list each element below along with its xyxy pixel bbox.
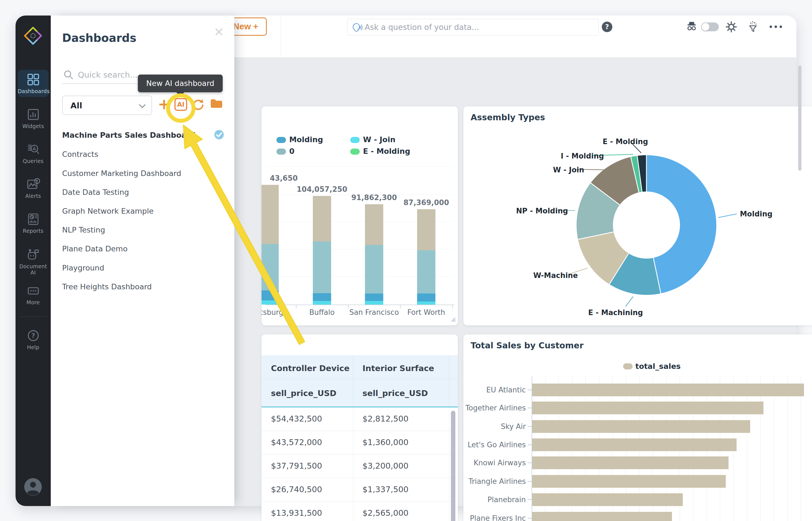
presentation-toggle[interactable]: [701, 22, 719, 31]
bar-segment-0[interactable]: [262, 244, 279, 290]
dashboard-filter-dropdown[interactable]: All: [62, 96, 152, 115]
bar-segment-w-join[interactable]: [313, 301, 331, 304]
legend-label: total_sales: [635, 362, 681, 370]
bar-segment-molding[interactable]: [313, 293, 331, 301]
y-axis-category: Knowi Airways: [463, 459, 526, 467]
y-axis-category: Let's Go Airlines: [463, 440, 526, 449]
sidebar-item-help[interactable]: ?Help: [18, 326, 48, 353]
sidebar-item-document-ai[interactable]: Document AI: [18, 245, 48, 278]
column-divider: [353, 454, 353, 478]
sidebar-item-reports[interactable]: Reports: [18, 209, 48, 237]
refresh-button[interactable]: [191, 97, 205, 112]
table-row[interactable]: $37,791,500$3,200,000: [262, 454, 458, 478]
hbar-knowi-airways[interactable]: [532, 456, 728, 469]
bar-value-label: 104,057,250: [297, 185, 348, 194]
avatar[interactable]: [24, 478, 42, 496]
legend-chip[interactable]: [623, 363, 633, 369]
bar-segment-w-join[interactable]: [365, 301, 383, 304]
svg-text:?: ?: [31, 332, 35, 339]
donut-slice-label: E - Molding: [602, 137, 648, 146]
dashboard-list-item[interactable]: Plane Data Demo: [62, 244, 217, 253]
hbar-let-s-go-airlines[interactable]: [532, 438, 737, 451]
knowi-logo[interactable]: [22, 25, 44, 47]
help-bubble-icon[interactable]: ?: [602, 22, 612, 32]
table-row[interactable]: $13,931,500$2,565,000: [262, 502, 458, 521]
x-axis-category: San Francisco: [349, 308, 399, 316]
y-axis-category: Together Airlines: [463, 404, 526, 412]
settings-gear-icon[interactable]: [725, 21, 738, 34]
legend-chip-0[interactable]: [277, 149, 286, 155]
bar-segment-series4[interactable]: [262, 185, 279, 244]
table-scrollbar[interactable]: [451, 411, 455, 521]
hbar-sky-air[interactable]: [532, 420, 750, 433]
dashboard-list-item[interactable]: Graph Network Example: [62, 207, 217, 215]
dashboard-list-item[interactable]: Date Data Testing: [62, 188, 217, 197]
dashboard-list-item[interactable]: Customer Marketing Dashboard: [62, 169, 217, 178]
column-field-header[interactable]: sell_price_USD: [363, 388, 428, 398]
bar-segment-w-join[interactable]: [417, 301, 435, 304]
column-divider: [353, 407, 353, 431]
sidebar-item-dashboards[interactable]: Dashboards: [18, 70, 48, 97]
more-options-icon[interactable]: [770, 25, 782, 28]
legend-chip-molding[interactable]: [277, 137, 286, 143]
dashboard-list-item[interactable]: Contracts: [62, 150, 217, 159]
filter-sparkle-icon[interactable]: [747, 21, 759, 35]
column-divider: [449, 431, 449, 454]
queries-icon: [26, 142, 40, 156]
bar-segment-0[interactable]: [417, 250, 435, 293]
incognito-icon[interactable]: [685, 21, 698, 32]
hbar-together-airlines[interactable]: [532, 402, 764, 414]
bar-segment-molding[interactable]: [365, 293, 383, 301]
axis-tick: [452, 305, 453, 309]
gridline: [787, 376, 788, 521]
bar-segment-molding[interactable]: [262, 290, 279, 300]
legend-chip-e-molding[interactable]: [350, 149, 360, 155]
bar-segment-w-join[interactable]: [262, 300, 279, 304]
hbar-eu-atlantic[interactable]: [532, 384, 804, 396]
close-icon[interactable]: ✕: [214, 26, 224, 38]
new-ai-dashboard-button[interactable]: AI: [174, 98, 187, 111]
sidebar: DashboardsWidgetsQueriesAlertsReportsDoc…: [16, 16, 51, 506]
sidebar-item-more[interactable]: More: [18, 281, 48, 308]
tooltip-text: New AI dashboard: [146, 79, 214, 88]
column-header[interactable]: Controller Device: [271, 364, 349, 373]
bar-segment-molding[interactable]: [417, 293, 435, 301]
y-axis-category: Planebrain: [463, 496, 526, 504]
resize-handle-icon[interactable]: [449, 316, 456, 323]
add-dashboard-button[interactable]: +: [158, 95, 170, 113]
ask-question-input[interactable]: [365, 20, 595, 35]
dashboard-list-item[interactable]: Machine Parts Sales Dashboard: [62, 131, 217, 139]
bar-segment-series4[interactable]: [313, 196, 331, 241]
hbar-planebrain[interactable]: [532, 493, 683, 506]
widgets-icon: [26, 108, 40, 121]
bar-segment-series4[interactable]: [365, 204, 383, 245]
sidebar-item-alerts[interactable]: Alerts: [18, 175, 48, 202]
sidebar-item-queries[interactable]: Queries: [18, 140, 48, 167]
donut-slice-label: I - Molding: [561, 152, 604, 160]
gridline: [800, 376, 801, 521]
column-field-header[interactable]: sell_price_USD: [271, 388, 336, 398]
hbar-plane-fixers-inc[interactable]: [532, 512, 672, 521]
header-divider: [262, 379, 458, 379]
dashboard-list-item[interactable]: Playground: [62, 264, 217, 272]
legend-chip-w-join[interactable]: [350, 137, 360, 143]
hbar-triangle-airlines[interactable]: [532, 475, 726, 488]
page-scrollbar[interactable]: [798, 65, 802, 171]
tooltip-notch: [176, 92, 185, 97]
dashboard-list-item[interactable]: NLP Testing: [62, 226, 217, 234]
table-row[interactable]: $26,740,500$1,337,500: [262, 478, 458, 502]
dashboard-list-item[interactable]: Tree Heights Dashboard: [62, 282, 217, 291]
table-row[interactable]: $43,572,000$1,360,000: [262, 431, 458, 454]
toggle-knob: [702, 23, 709, 31]
axis-tick: [528, 426, 532, 427]
bar-segment-0[interactable]: [365, 245, 383, 293]
table-row[interactable]: $54,432,500$2,812,500: [262, 407, 458, 431]
y-axis-category: EU Atlantic: [463, 386, 526, 394]
sidebar-item-widgets[interactable]: Widgets: [18, 105, 48, 132]
bar-segment-series4[interactable]: [417, 209, 435, 250]
column-header[interactable]: Interior Surface: [363, 364, 434, 373]
bar-segment-0[interactable]: [313, 241, 331, 293]
alerts-icon: [26, 177, 40, 191]
dashboards-icon: [26, 73, 40, 87]
folder-button[interactable]: [210, 97, 223, 110]
